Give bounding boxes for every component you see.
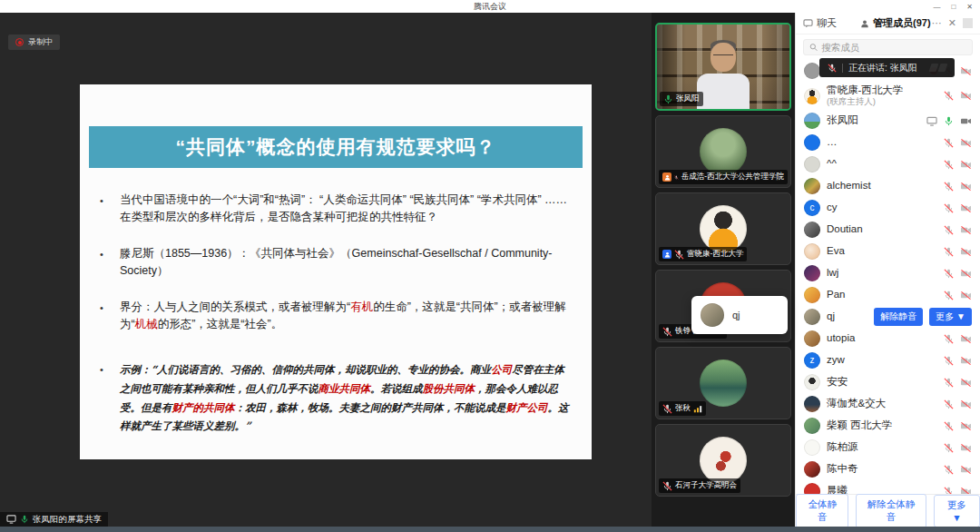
panel-close-icon[interactable]: ✕ (948, 17, 956, 29)
mic-muted-icon[interactable] (944, 465, 954, 475)
camera-off-icon[interactable] (960, 399, 972, 409)
member-row[interactable]: ccy (796, 197, 980, 219)
member-row[interactable]: ^^ (796, 153, 980, 175)
mute-all-button[interactable]: 全体静音 (796, 494, 848, 528)
shared-screen-area: 录制中 “共同体”概念的使用有规范要求吗？ •当代中国语境中的一个“大词”和“热… (0, 13, 652, 527)
mic-muted-icon[interactable] (944, 160, 954, 170)
video-thumbnail[interactable]: 岳成浩-西北大学公共管理学院 (655, 115, 791, 188)
member-row[interactable]: Pan (796, 284, 980, 306)
mic-muted-icon[interactable] (662, 481, 672, 491)
mic-on-icon[interactable] (663, 94, 673, 104)
mic-muted-icon[interactable] (944, 247, 954, 257)
camera-off-icon[interactable] (960, 421, 972, 431)
search-input[interactable] (821, 42, 966, 53)
avatar (700, 205, 747, 252)
mic-muted-icon[interactable] (944, 399, 954, 409)
minimize-icon[interactable]: — (933, 3, 940, 11)
footer-more-button[interactable]: 更多 ▼ (934, 495, 980, 527)
avatar (804, 134, 820, 151)
mic-muted-icon (828, 64, 837, 73)
mic-muted-icon[interactable] (662, 327, 672, 337)
mic-muted-icon[interactable] (944, 443, 954, 453)
camera-off-icon[interactable] (960, 138, 972, 148)
video-thumbnail[interactable]: 石河子大学高明会 (655, 424, 791, 497)
camera-off-icon[interactable] (960, 66, 972, 76)
camera-off-icon[interactable] (960, 465, 972, 475)
video-thumbnail[interactable]: 雷晓康-西北大学 (655, 192, 791, 265)
mic-muted-icon[interactable] (674, 172, 679, 182)
member-row[interactable]: qj解除静音更多 ▼ (796, 306, 980, 328)
member-more-button[interactable]: 更多 ▼ (929, 308, 972, 326)
unmute-member-button[interactable]: 解除静音 (874, 308, 923, 326)
camera-icon[interactable] (960, 116, 972, 126)
bullet-text: 当代中国语境中的一个“大词”和“热词”： “人类命运共同体” “民族共同体” “… (120, 192, 570, 227)
maximize-icon[interactable]: □ (951, 3, 956, 11)
mic-muted-icon[interactable] (944, 225, 954, 235)
mic-on-icon[interactable] (944, 116, 954, 126)
mic-muted-icon[interactable] (944, 421, 954, 431)
mic-muted-icon[interactable] (944, 182, 954, 192)
close-icon[interactable]: ✕ (966, 3, 973, 11)
thumbnail-name-label: 岳成浩-西北大学公共管理学院 (659, 170, 788, 184)
member-status-icons (944, 421, 972, 431)
mic-muted-icon[interactable] (944, 291, 954, 300)
member-row[interactable]: utopia (796, 328, 980, 350)
member-row[interactable]: 雷晓康-西北大学(联席主持人) (796, 82, 980, 110)
camera-off-icon[interactable] (960, 91, 972, 101)
member-row[interactable]: zzyw (796, 350, 980, 371)
mic-muted-icon[interactable] (944, 91, 954, 101)
unmute-all-button[interactable]: 解除全体静音 (856, 494, 926, 528)
camera-off-icon[interactable] (960, 378, 972, 388)
camera-off-icon[interactable] (960, 160, 972, 170)
avatar (804, 396, 820, 412)
camera-off-icon[interactable] (960, 334, 972, 344)
member-row[interactable]: 薄伽梵&交大 (796, 393, 980, 415)
mic-muted-icon[interactable] (944, 378, 954, 388)
avatar (700, 360, 747, 407)
video-thumbnail[interactable]: 张凤阳 (655, 23, 791, 111)
mic-muted-icon[interactable] (944, 356, 954, 366)
camera-off-icon[interactable] (960, 225, 972, 235)
camera-off-icon[interactable] (960, 487, 972, 495)
mic-muted-icon[interactable] (674, 250, 684, 260)
camera-off-icon[interactable] (960, 291, 972, 300)
member-row[interactable]: alchemist (796, 175, 980, 197)
member-row[interactable]: Doutian (796, 219, 980, 241)
member-row[interactable]: 陈柏源 (796, 437, 980, 458)
camera-off-icon[interactable] (960, 247, 972, 257)
tab-manage-members[interactable]: 管理成员(97) (860, 16, 931, 30)
participant-name: 石河子大学高明会 (675, 480, 737, 491)
role-badge-icon (662, 250, 671, 259)
member-search-box[interactable] (803, 39, 973, 55)
dock-panel-icon[interactable] (963, 18, 973, 28)
mic-muted-icon[interactable] (662, 404, 672, 414)
tab-chat[interactable]: 聊天 (803, 16, 837, 30)
camera-off-icon[interactable] (960, 356, 972, 366)
mic-muted-icon[interactable] (944, 334, 954, 344)
screen-share-icon[interactable] (926, 116, 937, 126)
bullet-marker: • (100, 360, 120, 436)
member-row[interactable]: 张凤阳 (796, 110, 980, 132)
camera-off-icon[interactable] (960, 269, 972, 279)
member-row[interactable]: 安安 (796, 371, 980, 393)
member-row[interactable]: 柴颖 西北大学 (796, 415, 980, 437)
member-row[interactable]: 陈中奇 (796, 458, 980, 480)
video-thumbnail[interactable]: 张秋 (655, 347, 791, 419)
camera-off-icon[interactable] (960, 443, 972, 453)
bullet-marker: • (100, 299, 120, 334)
mic-muted-icon[interactable] (944, 487, 954, 495)
member-status-icons (944, 356, 972, 366)
member-row[interactable]: 晨曦 (796, 480, 980, 494)
camera-off-icon[interactable] (960, 182, 972, 192)
mic-muted-icon[interactable] (944, 138, 954, 148)
member-status-icons (944, 160, 972, 170)
member-name: utopia (827, 332, 855, 344)
member-row[interactable]: … (796, 132, 980, 153)
member-status-icons (944, 443, 972, 453)
member-row[interactable]: lwj (796, 262, 980, 284)
more-icon[interactable]: ⋯ (932, 17, 942, 29)
mic-muted-icon[interactable] (944, 269, 954, 279)
member-row[interactable]: Eva (796, 241, 980, 262)
camera-off-icon[interactable] (960, 203, 972, 213)
mic-muted-icon[interactable] (944, 203, 954, 213)
